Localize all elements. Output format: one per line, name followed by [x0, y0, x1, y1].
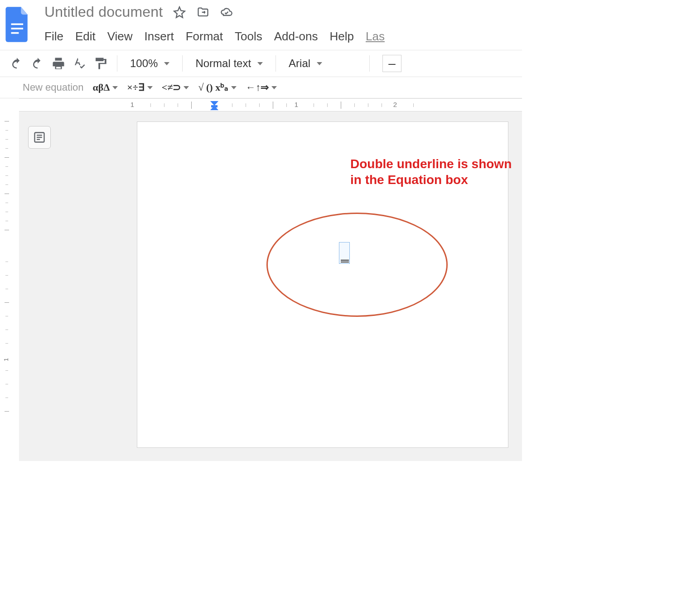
menu-addons[interactable]: Add-ons [274, 29, 318, 44]
star-icon[interactable] [173, 5, 186, 19]
new-equation-button[interactable]: New equation [23, 82, 84, 93]
menu-help[interactable]: Help [330, 29, 354, 44]
first-line-indent-marker[interactable] [210, 101, 218, 106]
workspace: 1 1 1 2 [0, 98, 522, 461]
zoom-select[interactable]: 100% [126, 57, 174, 70]
equation-toolbar: New equation αβΔ ×÷∃ <≠⊃ √ () xᵇₐ ←↑⇒ [0, 77, 522, 98]
chevron-down-icon [184, 86, 189, 89]
hruler-number: 1 [295, 101, 298, 108]
chevron-down-icon [317, 62, 322, 65]
paint-format-icon[interactable] [92, 55, 109, 72]
double-underline-glyph [341, 260, 349, 262]
toolbar-separator [369, 55, 370, 72]
cloud-status-icon[interactable] [220, 5, 233, 19]
toolbar-separator [276, 55, 276, 72]
vertical-ruler-column: 1 [0, 98, 19, 461]
move-folder-icon[interactable] [196, 5, 210, 19]
equation-box[interactable] [339, 242, 350, 264]
redo-icon[interactable] [29, 55, 46, 72]
menu-file[interactable]: File [44, 29, 63, 44]
equation-fns-dropdown[interactable]: √ () xᵇₐ [198, 82, 237, 93]
outline-toggle-button[interactable] [28, 126, 51, 149]
equation-arrows-dropdown[interactable]: ←↑⇒ [246, 82, 277, 93]
equation-fns-label: √ () xᵇₐ [198, 82, 228, 93]
chevron-down-icon [147, 86, 153, 89]
document-header: Untitled document File Edit View Insert … [0, 0, 522, 44]
horizontal-ruler[interactable]: 1 1 2 [19, 99, 522, 112]
font-select[interactable]: Arial [284, 57, 361, 70]
equation-ops-label: ×÷∃ [127, 82, 145, 93]
equation-rel-label: <≠⊃ [162, 82, 181, 93]
annotation-ellipse [266, 213, 448, 317]
style-value: Normal text [195, 57, 251, 70]
font-value: Arial [289, 57, 310, 70]
menu-format[interactable]: Format [186, 29, 223, 44]
menu-insert[interactable]: Insert [145, 29, 174, 44]
equation-ops-dropdown[interactable]: ×÷∃ [127, 82, 153, 93]
equation-greek-dropdown[interactable]: αβΔ [93, 82, 118, 93]
chevron-down-icon [231, 86, 237, 89]
svg-rect-1 [11, 28, 24, 29]
chevron-down-icon [271, 86, 277, 89]
toolbar-separator [117, 55, 117, 72]
menu-edit[interactable]: Edit [75, 29, 96, 44]
annotation-text: Double underline is shown in the Equatio… [350, 156, 518, 188]
menu-tools[interactable]: Tools [235, 29, 262, 44]
toolbar-separator [182, 55, 183, 72]
spellcheck-icon[interactable] [71, 55, 88, 72]
hruler-number: 1 [130, 101, 134, 108]
font-size-decrease[interactable]: – [382, 55, 401, 72]
main-toolbar: 100% Normal text Arial – [0, 50, 522, 77]
chevron-down-icon [164, 62, 169, 65]
equation-greek-label: αβΔ [93, 82, 110, 93]
document-page[interactable]: Double underline is shown in the Equatio… [137, 121, 508, 448]
document-area: 1 1 2 [19, 98, 522, 461]
undo-icon[interactable] [8, 55, 25, 72]
menu-view[interactable]: View [107, 29, 133, 44]
chevron-down-icon [112, 86, 118, 89]
last-edit-link[interactable]: Las [366, 29, 385, 44]
paragraph-style-select[interactable]: Normal text [191, 57, 267, 70]
equation-rel-dropdown[interactable]: <≠⊃ [162, 82, 189, 93]
svg-rect-2 [11, 32, 19, 34]
vertical-ruler[interactable]: 1 [0, 121, 19, 438]
chevron-down-icon [257, 62, 263, 65]
print-icon[interactable] [50, 55, 67, 72]
hruler-number: 2 [393, 101, 397, 108]
svg-rect-0 [11, 24, 24, 25]
left-indent-marker[interactable] [210, 106, 218, 110]
docs-logo-icon[interactable] [5, 6, 31, 43]
menu-bar: File Edit View Insert Format Tools Add-o… [44, 29, 517, 44]
zoom-value: 100% [130, 57, 158, 70]
equation-arrows-label: ←↑⇒ [246, 82, 269, 93]
vruler-number: 1 [3, 358, 10, 361]
document-title[interactable]: Untitled document [44, 4, 163, 20]
